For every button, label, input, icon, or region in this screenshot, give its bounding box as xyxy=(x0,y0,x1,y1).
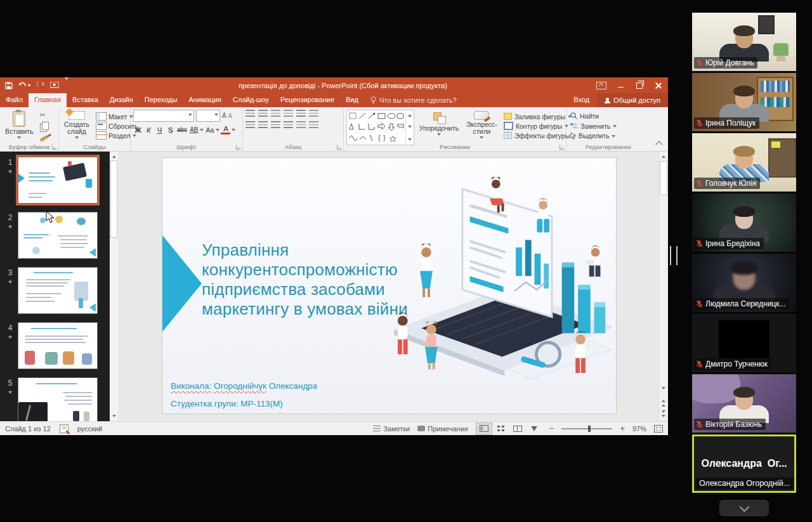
zoom-in-button[interactable]: + xyxy=(620,424,625,433)
tab-transitions[interactable]: Переходы xyxy=(139,93,183,107)
align-center-icon[interactable] xyxy=(258,121,268,129)
scroll-down-icon[interactable] xyxy=(659,385,668,393)
participant-tile[interactable]: Юрій Довгань xyxy=(692,13,796,71)
font-dialog-launcher[interactable] xyxy=(236,145,241,150)
grow-font-icon[interactable]: А́ xyxy=(222,112,226,119)
paragraph-dialog-launcher[interactable] xyxy=(337,145,342,150)
scroll-thumb[interactable] xyxy=(660,161,667,195)
fit-slide-icon[interactable] xyxy=(654,425,663,433)
underline-button[interactable]: Ч xyxy=(155,126,164,134)
change-case-button[interactable]: Аа xyxy=(205,126,214,134)
zoom-slider-thumb[interactable] xyxy=(588,426,591,432)
select-button[interactable]: Выделить xyxy=(570,131,615,140)
participant-tile[interactable]: Вікторія Базюнь xyxy=(692,374,796,433)
quick-styles-button[interactable]: Экспресс-стили xyxy=(464,110,500,142)
share-button[interactable]: Общий доступ xyxy=(597,93,668,107)
find-button[interactable]: Найти xyxy=(570,112,599,121)
shape-outline-button[interactable]: Контур фигуры xyxy=(504,121,568,131)
redo-icon[interactable] xyxy=(37,82,44,89)
comments-toggle[interactable]: Примечания xyxy=(417,425,468,433)
zoom-level[interactable]: 97% xyxy=(632,425,646,433)
layout-button[interactable]: Макет xyxy=(96,112,133,121)
copy-icon[interactable] xyxy=(40,124,47,132)
customize-qat-icon[interactable] xyxy=(65,80,69,91)
sign-in-link[interactable]: Вход xyxy=(573,93,597,107)
cut-icon[interactable]: ✂ xyxy=(40,112,48,118)
tab-home[interactable]: Главная xyxy=(29,93,67,107)
slide-1[interactable]: Управління конкурентоспроможністю підпри… xyxy=(162,158,616,414)
tab-insert[interactable]: Вставка xyxy=(67,93,104,107)
participant-tile[interactable]: Людмила Середницк... xyxy=(692,254,796,312)
restore-button[interactable] xyxy=(630,77,649,93)
align-left-icon[interactable] xyxy=(246,121,255,129)
shape-effects-button[interactable]: Эффекты фигуры xyxy=(504,131,577,140)
minimize-button[interactable] xyxy=(611,77,630,93)
slide-thumbnail-4[interactable] xyxy=(18,322,98,369)
tab-animations[interactable]: Анимация xyxy=(183,93,227,107)
participant-tile-active-speaker[interactable]: Олександра Ог... Олександра Огородній... xyxy=(692,434,796,493)
tab-view[interactable]: Вид xyxy=(340,93,364,107)
language-indicator[interactable]: русский xyxy=(77,425,102,433)
spell-check-icon[interactable] xyxy=(60,424,69,433)
align-right-icon[interactable] xyxy=(271,121,280,129)
italic-button[interactable]: К xyxy=(144,126,154,134)
replace-button[interactable]: Заменить xyxy=(570,122,617,131)
participants-scroll-down-button[interactable] xyxy=(719,500,769,516)
character-spacing-button[interactable]: АВ xyxy=(189,126,199,133)
format-painter-icon[interactable] xyxy=(39,135,48,141)
font-name-combobox[interactable] xyxy=(133,110,194,122)
bold-button[interactable]: Ж xyxy=(133,126,143,134)
save-icon[interactable] xyxy=(5,82,13,89)
font-color-button[interactable]: А xyxy=(221,125,230,134)
columns-icon[interactable] xyxy=(296,121,306,129)
new-slide-button[interactable]: Создать слайд xyxy=(62,110,92,142)
next-slide-button[interactable] xyxy=(659,410,668,419)
increase-indent-icon[interactable] xyxy=(284,110,293,117)
numbering-icon[interactable] xyxy=(258,110,268,117)
start-slideshow-icon[interactable] xyxy=(50,82,59,89)
tab-slideshow[interactable]: Слайд-шоу xyxy=(227,93,275,107)
undo-icon[interactable] xyxy=(18,82,31,89)
decrease-indent-icon[interactable] xyxy=(271,110,280,117)
slide-scrollbar[interactable] xyxy=(658,152,668,421)
previous-slide-button[interactable] xyxy=(659,398,668,406)
thumbnail-scroll-down-icon[interactable] xyxy=(110,413,118,421)
tab-review[interactable]: Рецензирование xyxy=(275,93,340,107)
arrange-button[interactable]: Упорядочить xyxy=(417,110,461,142)
line-spacing-icon[interactable] xyxy=(296,110,306,117)
tab-file[interactable]: Файл xyxy=(0,93,29,107)
slide-thumbnail-1[interactable] xyxy=(18,157,98,204)
reading-view-button[interactable] xyxy=(510,423,525,434)
slide-author-textbox[interactable]: Виконала: Огороднійчук Олександра xyxy=(171,381,317,391)
shapes-gallery[interactable]: { } xyxy=(346,110,414,145)
participant-tile[interactable]: Ірина Бредіхіна xyxy=(692,193,796,252)
ribbon-display-options-icon[interactable] xyxy=(592,77,611,93)
thumbnail-scrollbar[interactable] xyxy=(109,152,118,421)
close-button[interactable] xyxy=(649,77,668,93)
clipboard-dialog-launcher[interactable] xyxy=(52,145,57,150)
strikethrough-button[interactable]: abc xyxy=(176,126,188,133)
slideshow-view-button[interactable] xyxy=(527,423,542,434)
thumbnail-scroll-up-icon[interactable] xyxy=(110,152,118,160)
slide-sorter-view-button[interactable] xyxy=(494,423,509,434)
zoom-out-button[interactable]: − xyxy=(549,424,554,433)
shrink-font-icon[interactable]: А̌ xyxy=(228,113,232,119)
slide-thumbnail-3[interactable] xyxy=(18,267,98,314)
thumbnail-scroll-thumb[interactable] xyxy=(110,160,117,238)
notes-toggle[interactable]: Заметки xyxy=(373,425,410,433)
tab-design[interactable]: Дизайн xyxy=(104,93,139,107)
participant-tile[interactable]: Ірина Поліщук xyxy=(692,73,796,131)
slide-thumbnail-2[interactable] xyxy=(18,212,98,259)
zoom-slider[interactable] xyxy=(561,428,612,429)
participant-tile[interactable]: Дмитро Турченюк xyxy=(692,314,796,372)
text-shadow-button[interactable]: S xyxy=(166,126,175,134)
drawing-dialog-launcher[interactable] xyxy=(560,145,565,150)
normal-view-button[interactable] xyxy=(476,422,492,435)
slide-group-textbox[interactable]: Студентка групи: МР-113(М) xyxy=(171,399,283,408)
tell-me-box[interactable]: Что вы хотите сделать? xyxy=(364,93,463,107)
bullets-icon[interactable] xyxy=(246,110,255,117)
collapse-ribbon-icon[interactable] xyxy=(655,141,662,148)
justify-icon[interactable] xyxy=(284,121,293,129)
text-direction-icon[interactable] xyxy=(309,110,318,117)
shape-fill-button[interactable]: Заливка фигуры xyxy=(504,112,572,121)
